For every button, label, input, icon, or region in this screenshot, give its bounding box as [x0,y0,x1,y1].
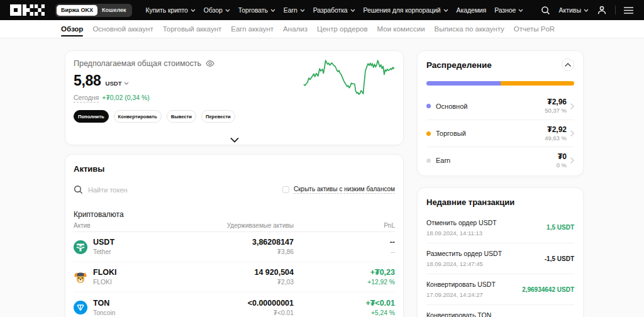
nav-academy[interactable]: Академия [457,6,487,14]
tab-main-account[interactable]: Основной аккаунт [92,20,153,38]
topbar-divider [615,6,616,14]
transaction-amount: 2,96934642 USDT [522,286,574,293]
transaction-label: Разместить ордер USDT [426,249,502,259]
nav-trade-label: Торговать [238,6,268,14]
distribution-bar [426,81,574,86]
chevron-down-icon [350,9,355,12]
search-icon [74,185,83,194]
transaction-date: 18.09.2024, 12:47:45 [426,260,502,268]
nav-earn-label: Earn [284,6,297,14]
column-holdings: Удерживаемые активы [227,222,294,229]
asset-row-usdt[interactable]: USDT Tether 3,86208147 ₮3,86 -- -- [74,232,395,262]
distribution-pct: 49,63 % [545,135,567,142]
nav-academy-label: Академия [457,6,487,14]
asset-value: ₮2,03 [254,278,294,286]
eye-icon[interactable] [206,59,214,68]
asset-pnl-pct: +5,24 % [365,309,395,317]
distribution-row-main[interactable]: Основной ₮2,96 50,37 % [426,92,574,120]
tab-earn-account[interactable]: Earn аккаунт [231,20,274,38]
expand-chevron[interactable] [230,138,239,143]
transaction-row[interactable]: Конвертировать TON [426,304,574,317]
okx-logo[interactable] [10,4,45,16]
main-dot [426,104,431,108]
assets-title: Активы [74,164,395,174]
portfolio-value-card: Предполагаемая общая стоимость 5,88 USDT… [65,50,404,145]
asset-symbol: TON [93,299,116,308]
currency-selector[interactable]: USDT [106,80,130,87]
today-label: Сегодня [74,94,99,103]
asset-row-floki[interactable]: FLOKI FLOKI 14 920,504 ₮2,03 +₮0,23 +12,… [74,262,395,292]
asset-value: ₮3,86 [252,248,294,256]
chevron-right-icon [570,103,574,109]
distribution-pct: 0 % [557,162,567,169]
portfolio-sparkline [301,58,397,101]
transactions-title: Недавние транзакции [426,197,574,207]
hide-low-balance-label[interactable]: Скрыть активы с низким балансом [294,186,395,194]
asset-symbol: USDT [93,238,114,247]
tab-overview[interactable]: Обзор [61,20,83,38]
portfolio-title: Предполагаемая общая стоимость [74,59,201,68]
tab-por-reports[interactable]: Отчеты PoR [514,20,555,38]
nav-overview[interactable]: Обзор [204,6,230,14]
tab-analysis[interactable]: Анализ [283,20,308,38]
hide-low-balance-checkbox[interactable] [282,186,289,193]
profile-icon[interactable] [597,5,607,15]
tab-trading-account[interactable]: Торговый аккаунт [163,20,222,38]
menu-icon[interactable] [624,7,633,14]
nav-more-label: Разное [494,6,516,14]
tab-account-statement[interactable]: Выписка по аккаунту [435,20,504,38]
asset-name: Toncoin [93,309,116,317]
distribution-row-trading[interactable]: Торговый ₮2,92 49,63 % [426,120,574,147]
assets-dropdown[interactable]: Активы [558,6,589,14]
asset-pnl: -- [390,238,395,247]
nav-buy-crypto[interactable]: Купить крипто [146,6,196,14]
top-navigation-bar: Биржа OKX Кошелек Купить крипто Обзор То… [0,0,644,20]
transfer-button[interactable]: Перевести [201,110,235,123]
search-icon[interactable] [541,6,550,15]
earn-dot [426,158,431,163]
column-asset: Актив [74,222,91,229]
nav-develop[interactable]: Разработка [313,6,355,14]
distribution-row-earn[interactable]: Earn ₮0 0 % [426,147,574,174]
distribution-label: Торговый [436,130,466,137]
distribution-value: ₮0 [557,152,567,162]
okx-logo-glyphs [10,4,45,16]
asset-amount: <0.00000001 [248,299,294,308]
chevron-down-icon [584,9,589,12]
nav-institutional[interactable]: Решения для корпораций [364,6,448,14]
transaction-date: 17.09.2024, 14:24:27 [426,291,496,299]
tab-my-fees[interactable]: Мои комиссии [377,20,425,38]
assets-card: Активы Скрыть активы с низким балансом К… [65,154,404,317]
asset-row-ton[interactable]: TON Toncoin <0.00000001 ₮<0.01 +₮<0.01 +… [74,292,395,317]
transaction-row[interactable]: Отменить ордер USDT 18.09.2024, 14:11:13… [426,212,574,243]
toggle-exchange-segment[interactable]: Биржа OKX [57,5,97,16]
chevron-right-icon [570,157,574,164]
nav-buy-crypto-label: Купить крипто [146,6,188,14]
transaction-label: Отменить ордер USDT [426,218,497,228]
tab-order-center[interactable]: Центр ордеров [317,20,368,38]
toggle-wallet-segment[interactable]: Кошелек [97,5,131,16]
transaction-amount: 1,5 USDT [547,224,574,231]
transaction-row[interactable]: Разместить ордер USDT 18.09.2024, 12:47:… [426,243,574,274]
collapse-button[interactable] [562,58,574,71]
chevron-down-icon [443,9,448,12]
chevron-right-icon [570,130,574,136]
asset-pnl: +₮0,23 [367,268,395,277]
nav-earn[interactable]: Earn [284,6,305,14]
assets-dropdown-label: Активы [558,6,581,14]
convert-button[interactable]: Конвертировать [114,110,162,123]
page-content: Предполагаемая общая стоимость 5,88 USDT… [0,38,644,317]
usdt-icon [74,240,87,254]
nav-trade[interactable]: Торговать [238,6,275,14]
distribution-title: Распределение [426,60,492,70]
transaction-amount: -1,5 USDT [545,255,574,262]
transaction-row[interactable]: Конвертировать USDT 17.09.2024, 14:24:27… [426,274,574,304]
nav-institutional-label: Решения для корпораций [364,6,441,14]
nav-more[interactable]: Разное [494,6,523,14]
deposit-button[interactable]: Пополнить [74,110,109,123]
portfolio-total-value: 5,88 [74,72,101,89]
withdraw-button[interactable]: Вывести [167,110,196,123]
ton-icon [74,301,87,314]
token-search-input[interactable] [88,186,214,194]
asset-name: FLOKI [93,278,117,286]
